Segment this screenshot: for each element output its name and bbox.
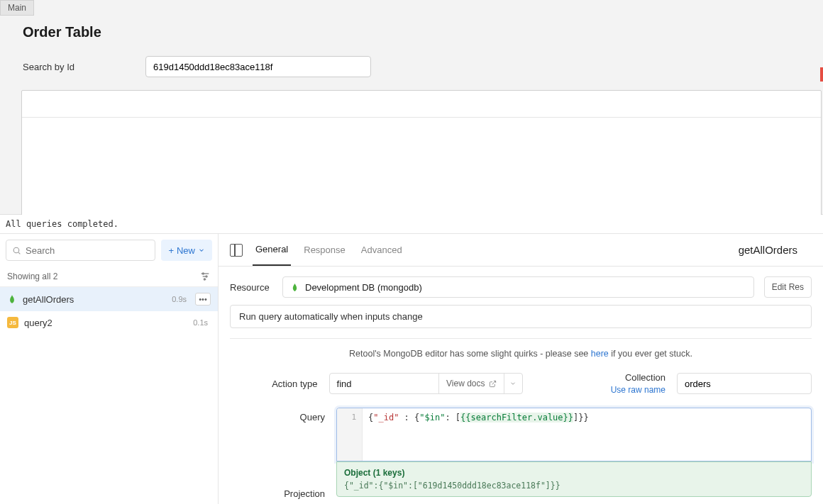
query-title: getAllOrders	[739, 244, 812, 256]
main-tab[interactable]: Main	[0, 0, 34, 16]
svg-point-6	[204, 279, 205, 280]
query-code[interactable]: {"_id" : {"$in": [{{searchFilter.value}}…	[363, 408, 595, 461]
svg-point-4	[202, 273, 204, 274]
query-item-query2[interactable]: JS query2 0.1s	[0, 311, 218, 334]
collection-input[interactable]	[677, 373, 812, 394]
tab-response[interactable]: Response	[301, 235, 348, 265]
view-docs-link[interactable]: View docs	[438, 374, 503, 393]
tab-general[interactable]: General	[253, 234, 291, 266]
query-name: query2	[24, 318, 187, 328]
query-search-box[interactable]	[6, 240, 155, 261]
filter-icon[interactable]	[199, 271, 211, 282]
resource-select[interactable]: Development DB (mongodb)	[282, 276, 754, 298]
query-code-editor[interactable]: 1 {"_id" : {"$in": [{{searchFilter.value…	[336, 408, 812, 461]
external-link-icon	[489, 380, 497, 388]
tab-advanced[interactable]: Advanced	[358, 235, 405, 265]
plus-icon: +	[168, 245, 174, 256]
error-indicator	[820, 67, 823, 82]
use-raw-name-link[interactable]: Use raw name	[578, 384, 666, 396]
showing-count: Showing all 2	[7, 271, 57, 281]
chevron-down-icon	[198, 247, 205, 254]
resource-label: Resource	[230, 282, 272, 293]
action-type-select[interactable]: find View docs	[329, 373, 523, 394]
query-label: Query	[230, 408, 329, 422]
table-header	[22, 91, 821, 118]
query-list-panel: + New Showing all 2 getAllOrders 0.9s ••…	[0, 234, 219, 504]
query-search-input[interactable]	[26, 245, 149, 256]
mongo-leaf-icon	[290, 283, 299, 292]
search-icon	[12, 246, 21, 255]
query-name: getAllOrders	[23, 294, 166, 305]
svg-line-7	[492, 381, 495, 384]
mongo-leaf-icon	[7, 294, 17, 304]
svg-point-5	[206, 276, 207, 277]
projection-label: Projection	[230, 484, 329, 499]
collection-label: Collection	[625, 372, 665, 383]
panel-toggle-icon[interactable]	[230, 244, 243, 257]
new-label: New	[177, 245, 195, 256]
order-table[interactable]	[21, 90, 822, 216]
js-icon: JS	[7, 317, 18, 328]
status-bar: All queries completed.	[0, 215, 823, 234]
action-type-value: find	[330, 379, 439, 389]
hint-title: Object (1 keys)	[344, 468, 804, 478]
quirks-note: Retool's MongoDB editor has some slight …	[219, 339, 823, 366]
action-type-label: Action type	[230, 379, 322, 389]
new-query-button[interactable]: + New	[161, 240, 212, 261]
query-more-button[interactable]: •••	[195, 293, 211, 306]
auto-run-select[interactable]: Run query automatically when inputs chan…	[230, 305, 812, 328]
search-input[interactable]	[145, 56, 371, 77]
page-title: Order Table	[23, 24, 800, 40]
resource-value: Development DB (mongodb)	[305, 282, 422, 293]
search-label: Search by Id	[23, 62, 74, 72]
canvas-area: Order Table Search by Id	[0, 0, 823, 215]
query-editor-panel: General Response Advanced getAllOrders R…	[219, 234, 823, 504]
svg-point-0	[13, 247, 19, 253]
edit-resource-button[interactable]: Edit Res	[764, 276, 812, 298]
chevron-down-icon[interactable]	[504, 374, 522, 393]
query-time: 0.9s	[172, 295, 187, 303]
quirks-link[interactable]: here	[591, 349, 609, 359]
query-item-getAllOrders[interactable]: getAllOrders 0.9s •••	[0, 287, 218, 311]
query-time: 0.1s	[193, 318, 208, 327]
line-number: 1	[337, 408, 363, 461]
